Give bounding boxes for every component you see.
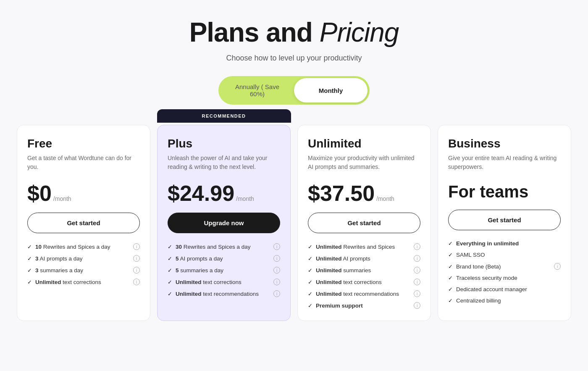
feature-item: ✓ Brand tone (Beta) i	[448, 263, 561, 270]
plans-grid: FreeGet a taste of what Wordtune can do …	[17, 125, 571, 321]
feature-text: Unlimited AI prompts	[316, 255, 370, 262]
check-icon: ✓	[27, 255, 32, 262]
feature-item: ✓ 3 AI prompts a day i	[27, 255, 140, 262]
feature-text: Traceless security mode	[456, 275, 517, 281]
feature-left: ✓ Unlimited AI prompts	[308, 255, 370, 262]
annual-toggle-button[interactable]: Annually ( Save 60%)	[220, 78, 294, 103]
features-list-unlimited: ✓ Unlimited Rewrites and Spices i ✓ Unli…	[308, 243, 420, 309]
feature-text: Unlimited text recommendations	[316, 291, 399, 297]
feature-text: 10 Rewrites and Spices a day	[35, 244, 110, 250]
feature-item: ✓ 5 summaries a day i	[168, 267, 280, 274]
check-icon: ✓	[168, 279, 172, 285]
price-period: /month	[376, 195, 394, 202]
check-icon: ✓	[448, 275, 453, 281]
feature-item: ✓ Premium support i	[308, 302, 420, 309]
check-icon: ✓	[448, 252, 453, 258]
feature-text: SAML SSO	[456, 252, 485, 258]
check-icon: ✓	[308, 303, 312, 309]
check-icon: ✓	[168, 255, 172, 262]
info-icon[interactable]: i	[273, 243, 280, 250]
feature-text: Everything in unlimited	[456, 240, 519, 247]
price-period: /month	[53, 195, 71, 202]
info-icon[interactable]: i	[133, 279, 140, 285]
info-icon[interactable]: i	[414, 267, 420, 274]
feature-left: ✓ Unlimited text corrections	[168, 279, 242, 285]
monthly-toggle-button[interactable]: Monthly	[294, 78, 368, 103]
info-icon[interactable]: i	[273, 255, 280, 262]
feature-text: 3 AI prompts a day	[35, 255, 83, 262]
feature-left: ✓ Unlimited Rewrites and Spices	[308, 244, 395, 250]
plan-name-plus: Plus	[168, 137, 280, 150]
feature-left: ✓ Traceless security mode	[448, 275, 517, 281]
feature-item: ✓ 3 summaries a day i	[27, 267, 140, 274]
feature-item: ✓ Unlimited Rewrites and Spices i	[308, 243, 420, 250]
feature-left: ✓ Unlimited text recommendations	[308, 291, 399, 297]
feature-item: ✓ Unlimited text corrections i	[168, 279, 280, 285]
check-icon: ✓	[27, 279, 32, 285]
check-icon: ✓	[308, 244, 312, 250]
feature-left: ✓ Unlimited text recommendations	[168, 291, 259, 297]
plan-name-unlimited: Unlimited	[308, 137, 420, 150]
plan-card-plus: RECOMMENDEDPlusUnleash the power of AI a…	[157, 125, 291, 321]
billing-toggle: Annually ( Save 60%) Monthly	[218, 76, 370, 105]
check-icon: ✓	[27, 244, 32, 250]
feature-text: Unlimited text corrections	[316, 279, 382, 285]
info-icon[interactable]: i	[414, 290, 420, 297]
feature-left: ✓ 5 AI prompts a day	[168, 255, 223, 262]
info-icon[interactable]: i	[414, 302, 420, 309]
feature-item: ✓ Dedicated account manager	[448, 286, 561, 292]
feature-item: ✓ Traceless security mode	[448, 275, 561, 281]
feature-item: ✓ 30 Rewrites and Spices a day i	[168, 243, 280, 250]
info-icon[interactable]: i	[273, 290, 280, 297]
info-icon[interactable]: i	[414, 255, 420, 262]
feature-text: 5 summaries a day	[176, 267, 223, 274]
check-icon: ✓	[168, 291, 172, 297]
price-amount: $0	[27, 182, 52, 204]
cta-button-business[interactable]: Get started	[448, 210, 561, 230]
check-icon: ✓	[448, 286, 453, 292]
check-icon: ✓	[168, 267, 172, 274]
feature-text: Unlimited text corrections	[176, 279, 242, 285]
plan-description-unlimited: Maximize your productivity with unlimite…	[308, 154, 420, 172]
feature-left: ✓ Dedicated account manager	[448, 286, 527, 292]
check-icon: ✓	[168, 244, 172, 250]
feature-text: Dedicated account manager	[456, 286, 527, 292]
feature-left: ✓ 3 summaries a day	[27, 267, 83, 274]
feature-left: ✓ Brand tone (Beta)	[448, 263, 501, 270]
check-icon: ✓	[27, 267, 32, 274]
info-icon[interactable]: i	[554, 263, 561, 270]
features-list-business: ✓ Everything in unlimited ✓ SAML SSO ✓ B…	[448, 240, 561, 304]
cta-button-unlimited[interactable]: Get started	[308, 213, 420, 233]
feature-item: ✓ Unlimited text corrections i	[27, 279, 140, 285]
feature-left: ✓ 3 AI prompts a day	[27, 255, 83, 262]
info-icon[interactable]: i	[133, 267, 140, 274]
feature-left: ✓ SAML SSO	[448, 252, 485, 258]
info-icon[interactable]: i	[133, 243, 140, 250]
info-icon[interactable]: i	[414, 243, 420, 250]
plan-description-business: Give your entire team AI reading & writi…	[448, 154, 561, 172]
info-icon[interactable]: i	[273, 279, 280, 285]
feature-item: ✓ Centralized billing	[448, 297, 561, 304]
feature-left: ✓ 30 Rewrites and Spices a day	[168, 244, 251, 250]
cta-button-free[interactable]: Get started	[27, 213, 140, 233]
price-amount: $24.99	[168, 182, 234, 204]
info-icon[interactable]: i	[414, 279, 420, 285]
feature-item: ✓ Unlimited text recommendations i	[168, 290, 280, 297]
feature-text: 30 Rewrites and Spices a day	[176, 244, 251, 250]
feature-text: Unlimited text corrections	[35, 279, 101, 285]
feature-item: ✓ Unlimited text corrections i	[308, 279, 420, 285]
check-icon: ✓	[308, 291, 312, 297]
check-icon: ✓	[308, 279, 312, 285]
cta-button-plus[interactable]: Upgrade now	[168, 213, 280, 233]
features-list-free: ✓ 10 Rewrites and Spices a day i ✓ 3 AI …	[27, 243, 140, 285]
feature-left: ✓ Unlimited text corrections	[308, 279, 382, 285]
feature-item: ✓ 5 AI prompts a day i	[168, 255, 280, 262]
feature-text: 5 AI prompts a day	[176, 255, 223, 262]
info-icon[interactable]: i	[133, 255, 140, 262]
feature-text: 3 summaries a day	[35, 267, 83, 274]
features-list-plus: ✓ 30 Rewrites and Spices a day i ✓ 5 AI …	[168, 243, 280, 297]
feature-left: ✓ 5 summaries a day	[168, 267, 223, 274]
plan-description-free: Get a taste of what Wordtune can do for …	[27, 154, 140, 172]
plan-price-unlimited: $37.50 /month	[308, 182, 420, 204]
info-icon[interactable]: i	[273, 267, 280, 274]
